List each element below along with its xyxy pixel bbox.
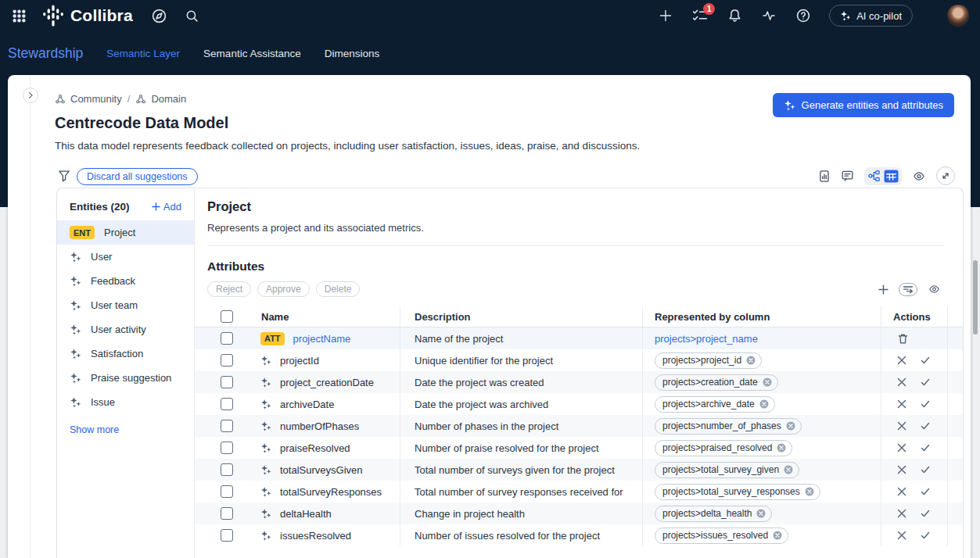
column-chip[interactable]: projects>praised_resolved bbox=[655, 440, 792, 456]
column-chip[interactable]: projects>project_id bbox=[655, 352, 762, 369]
row-checkbox[interactable] bbox=[221, 332, 233, 345]
tab-dimensions[interactable]: Dimensions bbox=[325, 48, 380, 59]
row-checkbox[interactable] bbox=[221, 442, 233, 454]
discard-suggestions-button[interactable]: Discard all suggestions bbox=[77, 168, 198, 185]
remove-chip-icon[interactable] bbox=[786, 421, 795, 431]
remove-chip-icon[interactable] bbox=[746, 356, 756, 365]
approve-suggestion-icon[interactable] bbox=[920, 464, 931, 475]
remove-chip-icon[interactable] bbox=[805, 487, 814, 496]
column-chip[interactable]: projects>delta_health bbox=[655, 506, 772, 522]
comments-icon[interactable] bbox=[841, 170, 854, 182]
entity-item-issue[interactable]: Issue bbox=[57, 390, 194, 414]
reject-suggestion-icon[interactable] bbox=[897, 443, 906, 452]
ai-suggestion-icon bbox=[260, 420, 271, 431]
remove-chip-icon[interactable] bbox=[773, 531, 782, 540]
approve-suggestion-icon[interactable] bbox=[920, 420, 931, 431]
generate-entities-label: Generate entities and attributes bbox=[802, 99, 943, 111]
create-icon[interactable] bbox=[659, 9, 672, 22]
reject-suggestion-icon[interactable] bbox=[897, 356, 906, 365]
reject-suggestion-icon[interactable] bbox=[897, 487, 906, 496]
tab-semantic-assistance[interactable]: Semantic Assistance bbox=[203, 48, 301, 59]
attribute-name-link[interactable]: projectName bbox=[293, 333, 351, 345]
breadcrumb-domain[interactable]: Domain bbox=[135, 93, 186, 105]
preview-icon[interactable] bbox=[912, 170, 926, 182]
delete-attribute-icon[interactable] bbox=[897, 333, 909, 345]
reject-suggestion-icon[interactable] bbox=[897, 421, 906, 431]
add-attribute-icon[interactable] bbox=[878, 284, 888, 295]
remove-chip-icon[interactable] bbox=[777, 443, 786, 452]
column-chip[interactable]: projects>issues_resolved bbox=[655, 528, 788, 544]
row-checkbox[interactable] bbox=[221, 463, 233, 476]
row-checkbox[interactable] bbox=[221, 398, 233, 410]
approve-suggestion-icon[interactable] bbox=[920, 508, 931, 519]
reject-suggestion-icon[interactable] bbox=[897, 465, 906, 474]
add-entity-button[interactable]: Add bbox=[152, 201, 181, 213]
column-chip[interactable]: projects>total_survey_responses bbox=[655, 484, 820, 500]
column-chip[interactable]: projects>archive_date bbox=[655, 396, 775, 413]
collibra-logo[interactable]: Collibra bbox=[41, 4, 133, 27]
reject-suggestion-icon[interactable] bbox=[897, 531, 906, 540]
remove-chip-icon[interactable] bbox=[756, 509, 766, 518]
delete-button[interactable]: Delete bbox=[316, 281, 361, 297]
select-all-checkbox[interactable] bbox=[221, 310, 233, 323]
activity-icon[interactable] bbox=[762, 9, 776, 22]
approve-suggestion-icon[interactable] bbox=[920, 486, 931, 497]
section-title[interactable]: Stewardship bbox=[8, 45, 83, 62]
approve-suggestion-icon[interactable] bbox=[920, 442, 931, 453]
reject-suggestion-icon[interactable] bbox=[897, 377, 906, 387]
help-icon[interactable] bbox=[796, 9, 810, 23]
row-checkbox[interactable] bbox=[221, 507, 233, 520]
page-scrollbar[interactable] bbox=[973, 260, 978, 334]
ai-suggestion-icon bbox=[260, 399, 271, 410]
diagram-view-icon[interactable] bbox=[867, 170, 881, 182]
attribute-description: Number of phases in the project bbox=[415, 420, 558, 432]
remove-chip-icon[interactable] bbox=[784, 465, 793, 474]
entity-item-feedback[interactable]: Feedback bbox=[57, 269, 194, 293]
approve-suggestion-icon[interactable] bbox=[920, 399, 931, 410]
entity-item-project[interactable]: ENT Project bbox=[57, 220, 194, 245]
expand-panel-button[interactable] bbox=[23, 88, 38, 103]
tasks-button[interactable]: 1 bbox=[692, 9, 708, 23]
explore-icon[interactable] bbox=[152, 9, 167, 23]
show-more-link[interactable]: Show more bbox=[70, 424, 181, 435]
row-checkbox[interactable] bbox=[221, 420, 233, 432]
row-checkbox[interactable] bbox=[221, 485, 233, 498]
breadcrumb-community[interactable]: Community bbox=[55, 93, 122, 105]
column-chip[interactable]: projects>number_of_phases bbox=[655, 418, 802, 435]
reject-button[interactable]: Reject bbox=[207, 281, 251, 297]
entity-item-praise-suggestion[interactable]: Praise suggestion bbox=[57, 366, 194, 390]
reject-suggestion-icon[interactable] bbox=[897, 509, 906, 518]
approve-suggestion-icon[interactable] bbox=[920, 530, 931, 541]
tab-semantic-layer[interactable]: Semantic Layer bbox=[106, 48, 180, 59]
row-checkbox[interactable] bbox=[221, 376, 233, 388]
visibility-icon[interactable] bbox=[928, 284, 941, 295]
column-chip[interactable]: projects>creation_date bbox=[655, 374, 778, 391]
notifications-icon[interactable] bbox=[728, 9, 741, 23]
row-checkbox[interactable] bbox=[221, 529, 233, 542]
generate-entities-button[interactable]: Generate entities and attributes bbox=[773, 93, 954, 117]
ai-copilot-button[interactable]: AI co-pilot bbox=[829, 5, 913, 27]
search-icon[interactable] bbox=[185, 9, 199, 23]
entity-detail: Project Represents a project and its ass… bbox=[195, 188, 963, 558]
apply-all-suggestions-button[interactable] bbox=[899, 283, 917, 296]
row-checkbox[interactable] bbox=[221, 354, 233, 367]
app-launcher-icon[interactable] bbox=[13, 9, 26, 23]
table-view-icon[interactable] bbox=[884, 170, 899, 183]
column-chip-label: projects>total_survey_given bbox=[662, 464, 779, 475]
entity-item-satisfaction[interactable]: Satisfaction bbox=[57, 342, 194, 366]
remove-chip-icon[interactable] bbox=[759, 399, 769, 409]
report-icon[interactable] bbox=[818, 170, 831, 183]
fullscreen-button[interactable] bbox=[936, 166, 955, 185]
entity-item-user-team[interactable]: User team bbox=[57, 293, 194, 317]
column-link[interactable]: projects>project_name bbox=[655, 333, 758, 345]
reject-suggestion-icon[interactable] bbox=[897, 399, 906, 409]
entity-item-user[interactable]: User bbox=[57, 245, 194, 269]
filter-icon[interactable] bbox=[58, 170, 70, 182]
approve-suggestion-icon[interactable] bbox=[920, 377, 931, 388]
entity-item-user-activity[interactable]: User activity bbox=[57, 317, 194, 342]
user-avatar[interactable] bbox=[947, 5, 969, 27]
remove-chip-icon[interactable] bbox=[763, 377, 772, 387]
approve-suggestion-icon[interactable] bbox=[920, 355, 931, 366]
column-chip[interactable]: projects>total_survey_given bbox=[655, 462, 799, 478]
approve-button[interactable]: Approve bbox=[257, 281, 310, 297]
